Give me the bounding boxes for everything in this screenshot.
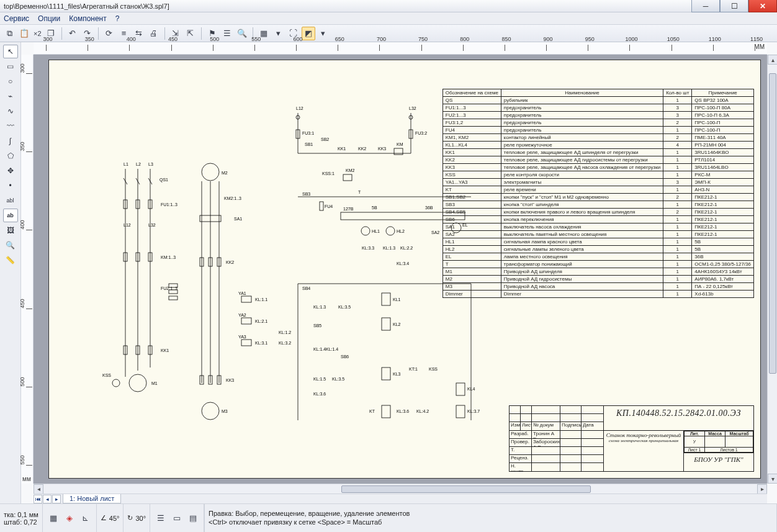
pointer-tool-icon[interactable]: ↖ <box>3 45 18 58</box>
table-row: KTреле времени1AH3-N <box>442 186 753 194</box>
table-row: M3Приводной АД насоса1ПА - 22 0,125кВт <box>442 283 753 291</box>
menubar: Сервис Опции Компонент ? <box>0 12 777 25</box>
svg-text:KL:3.5: KL:3.5 <box>332 377 344 381</box>
polygon-tool-icon[interactable]: ⬠ <box>3 149 18 163</box>
find-icon[interactable]: 🔍 <box>235 27 249 40</box>
table-row: SA2выключатель пакетный местного освещен… <box>442 231 753 238</box>
curve-tool-icon[interactable]: ∫ <box>3 134 18 148</box>
paste-icon[interactable]: 📋 <box>17 27 31 40</box>
specification-table: Обозначение на схеме Наименование Кол-во… <box>442 89 754 298</box>
table-row: ELлампа местного освещения136В <box>442 253 753 261</box>
vertical-ruler: мм 300350400450500550 <box>21 55 34 484</box>
ab-tool[interactable]: ab <box>3 209 18 222</box>
image-tool-icon[interactable]: 🖼 <box>3 223 18 237</box>
scroll-right-icon[interactable]: ▸ <box>757 484 767 494</box>
status-hint-2: <Ctrl> отключает привязку к сетке <Space… <box>209 518 773 527</box>
scroll-up-icon[interactable]: ▴ <box>768 55 777 65</box>
svg-text:KM: KM <box>397 142 403 147</box>
table-row: M1Приводной АД шпинделя14АНК160S4У3 14кВ… <box>442 268 753 276</box>
bezier-tool-icon[interactable]: 〰 <box>3 119 18 133</box>
status-hint-1: Правка: Выбор, перемещение, вращение, уд… <box>209 510 773 518</box>
title-block: Изм Лист № докум Подпись Дата КП.140448.… <box>509 405 754 472</box>
horizontal-scrollbar[interactable]: ◂ ▸ <box>34 484 767 494</box>
hscroll-thumb[interactable] <box>341 485 591 493</box>
tab-first-icon[interactable]: ⏮ <box>34 495 42 503</box>
table-row: HL2сигнальные лампы зеленого цвета15В <box>442 246 753 253</box>
snap-icon[interactable]: ◈ <box>63 512 76 525</box>
zoom-tool-icon[interactable]: 🔍 <box>3 238 18 252</box>
layer-icon[interactable]: ☰ <box>154 512 168 525</box>
horizontal-ruler: ММ 3003504004505005506006507007508008509… <box>34 42 767 55</box>
grid-toggle-icon[interactable]: ▦ <box>47 512 60 525</box>
svg-text:KL:4.2: KL:4.2 <box>416 409 429 413</box>
hruler-unit: ММ <box>754 43 765 50</box>
left-toolbox: ↖ ▭ ○ ⌁ ∿ 〰 ∫ ⬠ ✥ • abl ab 🖼 🔍 📏 <box>0 42 21 503</box>
svg-text:SB3: SB3 <box>302 192 310 196</box>
circle-tool-icon[interactable]: ○ <box>3 74 18 88</box>
svg-text:KSS: KSS <box>102 373 111 377</box>
sheet-tab-1[interactable]: 1: Новый лист <box>63 494 121 503</box>
status-grid: тка: 0,1 мм <box>4 511 38 518</box>
scroll-down-icon[interactable]: ▾ <box>768 474 777 484</box>
svg-text:KL2: KL2 <box>393 322 401 327</box>
vscroll-thumb[interactable] <box>769 73 776 374</box>
table-row: SA1выключатель насоса охлаждения1ПКЕ212-… <box>442 223 753 231</box>
rotate-icon: ↻ <box>127 514 133 522</box>
svg-rect-74 <box>394 148 403 155</box>
svg-rect-105 <box>382 293 390 305</box>
table-row: SB4,SB5кнопки включения правого и левого… <box>442 209 753 216</box>
svg-rect-116 <box>382 367 390 380</box>
table-row: FU1:1...3предохранитель3ПРС-100-П 80А <box>442 104 753 112</box>
refresh-icon[interactable]: ⟳ <box>102 27 116 40</box>
svg-text:T: T <box>358 190 361 194</box>
dropdown-icon[interactable]: ▾ <box>272 27 285 40</box>
book-icon[interactable]: ▤ <box>186 512 200 525</box>
spec-col-qty: Кол-во шт <box>663 89 692 97</box>
table-row: FU4предохранитель1ПРС-100-П <box>442 127 753 134</box>
svg-text:YA2: YA2 <box>238 313 246 317</box>
copy-icon[interactable]: ⧉ <box>2 27 16 40</box>
print-icon[interactable]: 🖨 <box>147 27 161 40</box>
svg-text:SA2: SA2 <box>431 230 439 235</box>
vruler-unit: мм <box>22 476 31 482</box>
rect-tool-icon[interactable]: ▭ <box>3 60 18 73</box>
table-row: SB6кнопка переключения1ПКЕ212-1 <box>442 216 753 223</box>
scroll-left-icon[interactable]: ◂ <box>34 484 43 494</box>
svg-text:L12: L12 <box>124 223 131 227</box>
spec-col-ref: Обозначение на схеме <box>442 89 501 97</box>
svg-point-88 <box>361 227 370 235</box>
tab-next-icon[interactable]: ▸ <box>52 495 61 503</box>
move-tool-icon[interactable]: ✥ <box>3 164 18 178</box>
undo-icon[interactable]: ↶ <box>66 27 79 40</box>
svg-rect-78 <box>343 174 352 181</box>
menu-help[interactable]: ? <box>115 14 120 23</box>
menu-service[interactable]: Сервис <box>4 14 29 23</box>
menu-options[interactable]: Опции <box>38 14 60 23</box>
window-controls: ─ ☐ ✕ <box>691 0 777 12</box>
svg-text:FU1:1..3: FU1:1..3 <box>161 202 177 207</box>
point-tool-icon[interactable]: • <box>3 179 18 192</box>
measure-tool-icon[interactable]: 📏 <box>3 253 18 267</box>
close-button[interactable]: ✕ <box>748 0 777 12</box>
svg-text:KL:1.5: KL:1.5 <box>313 377 326 381</box>
ortho-icon[interactable]: ⊾ <box>79 512 92 525</box>
maximize-button[interactable]: ☐ <box>720 0 748 12</box>
more-icon[interactable]: ▾ <box>317 27 330 40</box>
menu-component[interactable]: Компонент <box>69 14 107 23</box>
svg-text:KSS:1: KSS:1 <box>322 171 335 176</box>
tab-prev-icon[interactable]: ◂ <box>43 495 52 503</box>
list-icon[interactable]: ☰ <box>220 27 234 40</box>
svg-rect-124 <box>456 405 465 418</box>
vertical-scrollbar[interactable]: ▴ ▾ <box>767 55 777 484</box>
table-row: KK2тепловое реле, защищающее АД гидросис… <box>442 156 753 164</box>
zigzag-tool-icon[interactable]: ∿ <box>3 104 18 118</box>
canvas[interactable]: L1 L2 L3 QS1 FU1:1..3 L12 L32 KM:1..3 <box>34 55 767 484</box>
minimize-button[interactable]: ─ <box>691 0 720 12</box>
import-icon[interactable]: ⇱ <box>184 27 197 40</box>
table-row: M2Приводной АД гидросистемы1АИР80А6. 1,7… <box>442 276 753 283</box>
svg-text:HL2: HL2 <box>397 229 405 233</box>
svg-text:YA3: YA3 <box>238 335 246 339</box>
panel-icon[interactable]: ▭ <box>170 512 184 525</box>
abl-tool[interactable]: abl <box>3 194 18 207</box>
polyline-tool-icon[interactable]: ⌁ <box>3 89 18 103</box>
